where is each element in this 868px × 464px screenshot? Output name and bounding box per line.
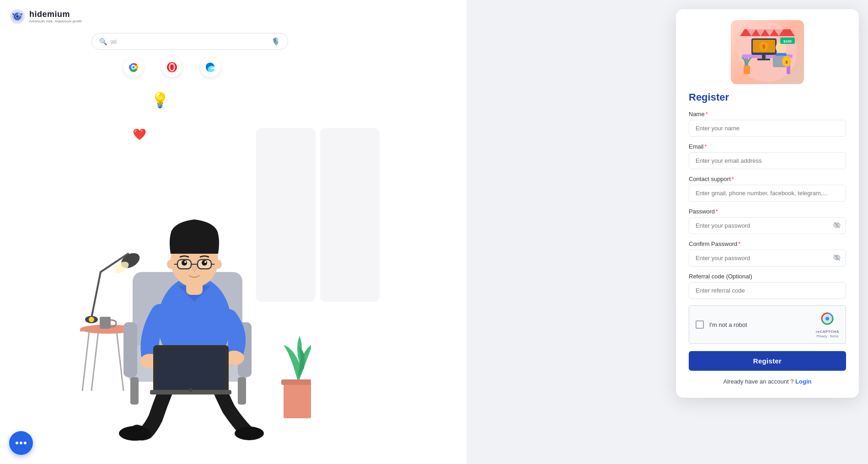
- password-eye-icon[interactable]: [833, 221, 841, 230]
- search-input[interactable]: wi: [111, 38, 268, 45]
- search-icon: 🔍: [99, 38, 107, 45]
- recaptcha-left: I'm not a robot: [696, 320, 747, 329]
- svg-text:$100: $100: [783, 39, 792, 43]
- svg-line-19: [91, 331, 98, 391]
- password-field-group: Password*: [689, 208, 846, 234]
- svg-rect-24: [123, 322, 137, 377]
- login-link[interactable]: Login: [795, 378, 811, 385]
- recaptcha-icon: [820, 311, 835, 329]
- svg-point-14: [89, 317, 94, 322]
- browser-icons: [123, 57, 220, 77]
- register-button[interactable]: Register: [689, 351, 846, 371]
- panel-title: Register: [689, 91, 846, 103]
- logo-tagline: minimum risk, maximum profit: [29, 19, 82, 23]
- svg-point-6: [133, 66, 135, 69]
- chrome-icon[interactable]: [123, 57, 144, 77]
- email-field-group: Email*: [689, 143, 846, 169]
- recaptcha-logo: reCAPTCHA Privacy · Terms: [816, 311, 839, 338]
- confirm-password-input[interactable]: [689, 250, 846, 267]
- register-panel: $ $ $100 Register: [676, 9, 859, 398]
- referral-label: Referral code (Optional): [689, 273, 846, 280]
- svg-point-1: [16, 15, 19, 18]
- svg-rect-21: [100, 317, 111, 329]
- contact-input[interactable]: [689, 185, 846, 202]
- confirm-password-eye-icon[interactable]: [833, 254, 841, 262]
- svg-rect-54: [284, 382, 311, 418]
- name-field-group: Name*: [689, 111, 846, 137]
- edge-icon[interactable]: [200, 57, 220, 77]
- login-link-row: Already have an account ? Login: [689, 378, 846, 385]
- logo-icon: [9, 8, 26, 25]
- recaptcha-checkbox[interactable]: [696, 320, 704, 329]
- svg-point-29: [119, 426, 151, 441]
- svg-line-20: [117, 331, 123, 391]
- svg-rect-64: [762, 55, 766, 59]
- contact-field-group: Contact support*: [689, 176, 846, 202]
- illustration-container: [37, 98, 348, 464]
- password-label: Password*: [689, 208, 846, 215]
- chat-bubble[interactable]: [9, 431, 33, 455]
- svg-point-48: [167, 260, 174, 269]
- confirm-password-wrapper: [689, 250, 846, 267]
- svg-rect-27: [238, 377, 246, 405]
- referral-input[interactable]: [689, 282, 846, 299]
- svg-text:$: $: [785, 60, 788, 64]
- chat-dot-3: [24, 442, 27, 444]
- svg-rect-55: [281, 379, 311, 385]
- logo-text: hidemium minimum risk, maximum profit: [29, 10, 82, 23]
- login-prompt-text: Already have an account ?: [723, 378, 794, 385]
- svg-line-9: [91, 272, 101, 318]
- microphone-icon[interactable]: 🎙️: [271, 37, 280, 46]
- chat-dot-1: [16, 442, 18, 444]
- svg-point-49: [214, 260, 222, 269]
- confirm-password-field-group: Confirm Password*: [689, 240, 846, 267]
- recaptcha-links: Privacy · Terms: [817, 335, 839, 338]
- recaptcha-box[interactable]: I'm not a robot reCAPTCHA Privacy · Term…: [689, 305, 846, 344]
- password-wrapper: [689, 217, 846, 234]
- email-input[interactable]: [689, 152, 846, 169]
- contact-label: Contact support*: [689, 176, 846, 182]
- logo: hidemium minimum risk, maximum profit: [9, 8, 82, 25]
- confirm-password-label: Confirm Password*: [689, 240, 846, 247]
- svg-point-30: [235, 427, 264, 440]
- name-input[interactable]: [689, 120, 846, 137]
- chat-dots: [16, 442, 27, 444]
- svg-point-51: [202, 260, 207, 266]
- svg-rect-26: [130, 377, 139, 405]
- svg-text:$: $: [762, 44, 765, 49]
- logo-name: hidemium: [29, 10, 82, 19]
- panel-hero: $ $ $100: [689, 20, 846, 84]
- recaptcha-brand: reCAPTCHA: [816, 330, 839, 334]
- search-area: 🔍 wi 🎙️: [91, 33, 288, 50]
- recaptcha-text: I'm not a robot: [709, 321, 747, 328]
- svg-rect-36: [156, 348, 225, 389]
- svg-rect-65: [757, 59, 770, 60]
- search-bar[interactable]: 🔍 wi 🎙️: [91, 33, 288, 50]
- svg-point-78: [825, 317, 829, 320]
- password-input[interactable]: [689, 217, 846, 234]
- chat-dot-2: [20, 442, 22, 444]
- email-label: Email*: [689, 143, 846, 150]
- person-illustration: [37, 98, 311, 455]
- name-label: Name*: [689, 111, 846, 117]
- svg-point-53: [204, 261, 206, 263]
- referral-field-group: Referral code (Optional): [689, 273, 846, 299]
- svg-point-50: [182, 260, 187, 266]
- svg-rect-73: [744, 66, 750, 74]
- svg-point-52: [184, 261, 186, 263]
- svg-point-38: [189, 388, 193, 392]
- svg-line-17: [82, 331, 89, 391]
- opera-icon[interactable]: [162, 57, 182, 77]
- hero-image: $ $ $100: [731, 20, 804, 84]
